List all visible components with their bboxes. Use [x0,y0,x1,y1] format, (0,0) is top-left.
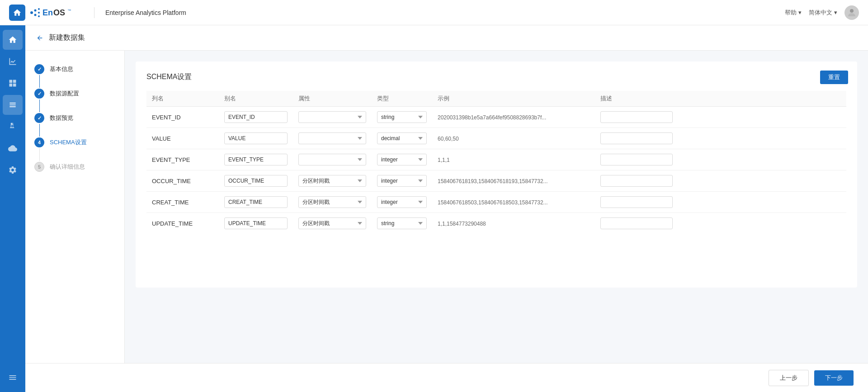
step-1-label: 基本信息 [50,64,73,73]
attribute-select[interactable]: 分区时间戳主键分区键 [298,154,366,165]
col-header-type: 类型 [372,91,432,107]
cell-description[interactable] [595,149,846,170]
page-header: 新建数据集 [25,25,868,51]
description-input[interactable] [600,196,673,208]
back-button[interactable] [36,34,43,42]
cell-attribute[interactable]: 分区时间戳主键分区键 [293,107,372,128]
sidebar-item-dashboard[interactable] [3,73,23,93]
cell-example: 60,60,50 [432,128,595,149]
cell-description[interactable] [595,170,846,192]
language-button[interactable]: 简体中文 ▾ [809,9,837,17]
svg-point-1 [34,9,37,11]
sidebar-item-analytics[interactable] [3,52,23,71]
sidebar-item-home[interactable] [3,30,23,50]
type-select[interactable]: stringintegerdecimalbooleandatetimestamp [377,154,427,165]
cell-type[interactable]: stringintegerdecimalbooleandatetimestamp [372,170,432,192]
cell-example: 1584067618193,1584067618193,15847732... [432,170,595,192]
attribute-select[interactable]: 分区时间戳主键分区键 [298,132,366,144]
step-2-connector [39,99,40,112]
cell-description[interactable] [595,213,846,234]
type-select[interactable]: stringintegerdecimalbooleandatetimestamp [377,175,427,187]
reset-button[interactable]: 重置 [820,71,848,84]
cell-alias[interactable] [219,192,293,213]
type-select[interactable]: stringintegerdecimalbooleandatetimestamp [377,196,427,208]
sidebar-item-cloud[interactable] [3,138,23,158]
cell-attribute[interactable]: 分区时间戳主键分区键 [293,128,372,149]
cell-alias[interactable] [219,149,293,170]
alias-input[interactable] [224,196,288,208]
cell-description[interactable] [595,192,846,213]
type-select[interactable]: stringintegerdecimalbooleandatetimestamp [377,217,427,229]
svg-point-3 [38,8,40,10]
cell-type[interactable]: stringintegerdecimalbooleandatetimestamp [372,107,432,128]
sidebar-item-data[interactable] [3,95,23,115]
inner-layout: ✓ 基本信息 ✓ 数据源配置 [25,51,868,363]
step-2: ✓ 数据源配置 [34,89,115,113]
alias-input[interactable] [224,217,288,229]
cell-type[interactable]: stringintegerdecimalbooleandatetimestamp [372,128,432,149]
step-5-label: 确认详细信息 [50,162,85,171]
cell-attribute[interactable]: 分区时间戳主键分区键 [293,192,372,213]
attribute-select[interactable]: 分区时间戳主键分区键 [298,175,366,187]
alias-input[interactable] [224,132,288,144]
cell-alias[interactable] [219,213,293,234]
alias-input[interactable] [224,175,288,187]
cell-type[interactable]: stringintegerdecimalbooleandatetimestamp [372,149,432,170]
attribute-select[interactable]: 分区时间戳主键分区键 [298,196,366,208]
description-input[interactable] [600,154,673,165]
cell-description[interactable] [595,107,846,128]
description-input[interactable] [600,111,673,123]
cell-alias[interactable] [219,170,293,192]
step-1-circle: ✓ [34,64,44,74]
cell-example: 2020031398b1e5a7a664fef9508828693b7f... [432,107,595,128]
cell-attribute[interactable]: 分区时间戳主键分区键 [293,149,372,170]
step-2-circle: ✓ [34,89,44,99]
cell-example: 1,1,1584773290488 [432,213,595,234]
sidebar-item-settings[interactable] [3,160,23,180]
cell-alias[interactable] [219,128,293,149]
sidebar-menu-toggle[interactable] [3,368,23,387]
alias-input[interactable] [224,111,288,123]
cell-attribute[interactable]: 分区时间戳主键分区键 [293,170,372,192]
header-divider [94,7,94,18]
col-header-name: 列名 [146,91,219,107]
svg-point-5 [38,15,40,17]
main-layout: 新建数据集 ✓ 基本信息 [0,25,868,392]
col-header-example: 示例 [432,91,595,107]
cell-col-name: EVENT_TYPE [146,149,219,170]
schema-table: 列名 别名 属性 类型 示例 描述 EVENT_ID分区时间戳主键分区键stri… [146,91,846,234]
main-content: SCHEMA设置 重置 列名 别名 属性 类型 示例 [125,51,868,363]
attribute-select[interactable]: 分区时间戳主键分区键 [298,111,366,123]
logo-area: En OS ™ Enterprise Analytics Platform [9,5,186,21]
alias-input[interactable] [224,154,288,165]
platform-name: Enterprise Analytics Platform [105,9,186,16]
cell-col-name: VALUE [146,128,219,149]
cell-type[interactable]: stringintegerdecimalbooleandatetimestamp [372,192,432,213]
step-1: ✓ 基本信息 [34,64,115,89]
top-header: En OS ™ Enterprise Analytics Platform 帮助… [0,0,868,25]
attribute-select[interactable]: 分区时间戳主键分区键 [298,217,366,229]
next-button[interactable]: 下一步 [814,370,854,386]
home-logo-icon[interactable] [9,5,25,21]
schema-card: SCHEMA设置 重置 列名 别名 属性 类型 示例 [136,61,857,288]
cell-attribute[interactable]: 分区时间戳主键分区键 [293,213,372,234]
cell-alias[interactable] [219,107,293,128]
col-header-attribute: 属性 [293,91,372,107]
sidebar-item-lab[interactable] [3,117,23,137]
help-button[interactable]: 帮助 ▾ [785,9,802,17]
user-avatar[interactable] [844,5,859,20]
description-input[interactable] [600,175,673,187]
step-4-label: SCHEMA设置 [50,137,87,146]
cell-description[interactable] [595,128,846,149]
prev-button[interactable]: 上一步 [769,370,809,386]
cell-example: 1584067618503,1584067618503,15847732... [432,192,595,213]
type-select[interactable]: stringintegerdecimalbooleandatetimestamp [377,111,427,123]
cell-col-name: OCCUR_TIME [146,170,219,192]
col-header-alias: 别名 [219,91,293,107]
step-2-label: 数据源配置 [50,89,79,98]
cell-type[interactable]: stringintegerdecimalbooleandatetimestamp [372,213,432,234]
type-select[interactable]: stringintegerdecimalbooleandatetimestamp [377,132,427,144]
description-input[interactable] [600,132,673,144]
description-input[interactable] [600,217,673,229]
cell-example: 1,1,1 [432,149,595,170]
